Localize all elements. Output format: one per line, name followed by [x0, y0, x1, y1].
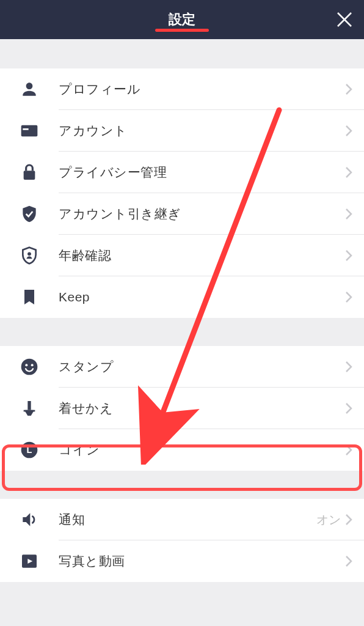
- svg-point-7: [25, 364, 27, 366]
- title-underline-annotation: [155, 29, 209, 32]
- row-label: Keep: [59, 290, 344, 304]
- section-gap: [0, 471, 364, 499]
- chevron-right-icon: [344, 360, 353, 374]
- row-photos-videos[interactable]: 写真と動画: [0, 540, 364, 582]
- settings-section-2: スタンプ 着せかえ L コイン: [0, 346, 364, 471]
- chevron-right-icon: [344, 443, 353, 457]
- row-label: 写真と動画: [59, 553, 344, 570]
- row-label: アカウント: [59, 122, 344, 139]
- chevron-right-icon: [344, 402, 353, 415]
- row-themes[interactable]: 着せかえ: [0, 388, 364, 429]
- row-notifications[interactable]: 通知 オン: [0, 499, 364, 540]
- card-icon: [20, 121, 39, 141]
- section-gap: [0, 39, 364, 68]
- brush-icon: [20, 399, 39, 418]
- settings-section-1: プロフィール アカウント プライバシー管理 アカウント引き継ぎ 年齢確認: [0, 68, 364, 318]
- coin-icon: L: [20, 440, 39, 460]
- svg-point-8: [31, 364, 34, 366]
- page-title: 設定: [169, 10, 195, 29]
- settings-section-3: 通知 オン 写真と動画: [0, 499, 364, 582]
- row-coins[interactable]: L コイン: [0, 429, 364, 471]
- row-account[interactable]: アカウント: [0, 110, 364, 152]
- row-label: 着せかえ: [59, 400, 344, 417]
- row-privacy[interactable]: プライバシー管理: [0, 152, 364, 193]
- section-gap: [0, 318, 364, 346]
- row-label: アカウント引き継ぎ: [59, 205, 344, 223]
- speaker-icon: [20, 510, 39, 529]
- shield-person-icon: [20, 246, 39, 265]
- chevron-right-icon: [344, 290, 353, 304]
- close-button[interactable]: [335, 10, 354, 29]
- row-label: スタンプ: [59, 358, 344, 375]
- play-square-icon: [20, 551, 39, 571]
- row-label: プロフィール: [59, 81, 344, 98]
- row-account-transfer[interactable]: アカウント引き継ぎ: [0, 193, 364, 235]
- row-stickers[interactable]: スタンプ: [0, 346, 364, 388]
- svg-text:L: L: [27, 445, 32, 455]
- chevron-right-icon: [344, 513, 353, 526]
- row-profile[interactable]: プロフィール: [0, 68, 364, 110]
- row-keep[interactable]: Keep: [0, 276, 364, 318]
- row-age-verification[interactable]: 年齢確認: [0, 235, 364, 276]
- chevron-right-icon: [344, 166, 353, 179]
- chevron-right-icon: [344, 554, 353, 568]
- row-value: オン: [316, 512, 341, 528]
- svg-rect-3: [23, 128, 28, 130]
- svg-rect-4: [24, 171, 35, 180]
- row-label: コイン: [59, 441, 344, 458]
- svg-rect-2: [21, 125, 38, 137]
- row-label: 通知: [59, 511, 316, 528]
- svg-point-6: [21, 359, 38, 375]
- header: 設定: [0, 0, 364, 39]
- chevron-right-icon: [344, 207, 353, 221]
- smiley-icon: [20, 357, 39, 377]
- close-icon: [335, 10, 354, 29]
- shield-check-icon: [20, 204, 39, 224]
- row-label: プライバシー管理: [59, 164, 344, 181]
- lock-icon: [20, 163, 39, 182]
- svg-point-5: [27, 252, 31, 256]
- chevron-right-icon: [344, 124, 353, 138]
- row-label: 年齢確認: [59, 247, 344, 264]
- bookmark-icon: [20, 287, 39, 307]
- chevron-right-icon: [344, 83, 353, 96]
- person-icon: [20, 79, 39, 99]
- chevron-right-icon: [344, 249, 353, 262]
- svg-rect-9: [27, 401, 31, 410]
